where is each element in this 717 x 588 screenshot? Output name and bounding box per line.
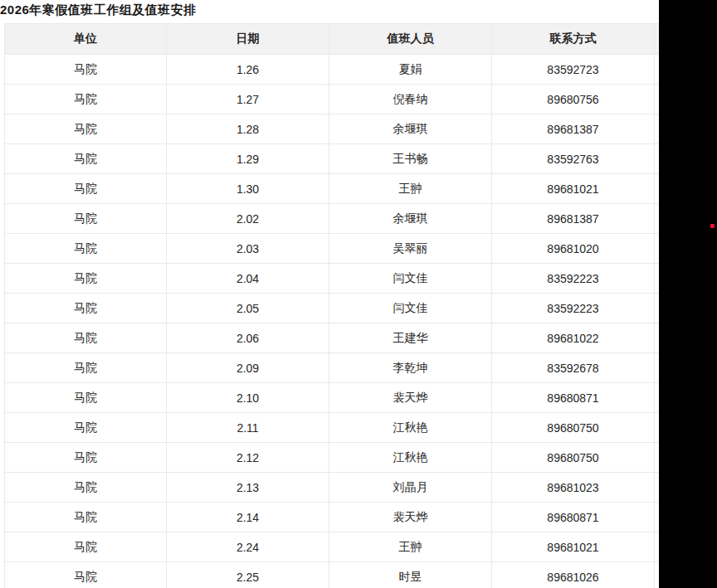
table-cell: 马院	[5, 114, 167, 144]
table-cell: 2.02	[167, 204, 329, 234]
table-cell: 马院	[5, 174, 167, 204]
table-cell: 2.13	[167, 473, 329, 503]
table-cell: 马院	[5, 503, 167, 532]
table-body: 马院1.26夏娟83592723马院1.27倪春纳89680756马院1.28余…	[5, 55, 660, 588]
table-cell: 江秋艳	[329, 413, 492, 443]
table-cell: 2.11	[167, 413, 329, 443]
table-cell: 83592223	[492, 294, 655, 323]
table-cell: 马院	[5, 473, 167, 503]
table-row: 马院2.02余堰琪89681387	[5, 204, 660, 234]
table-cell: 吴翠丽	[329, 234, 492, 264]
table-cell: 马院	[5, 204, 167, 234]
table-cell: 2.05	[167, 294, 329, 323]
table-cell: 83592678	[492, 353, 655, 383]
table-row: 马院2.05闫文佳83592223	[5, 294, 660, 323]
duty-table-container: 单位日期值班人员联系方式 马院1.26夏娟83592723马院1.27倪春纳89…	[4, 23, 660, 588]
table-cell: 2.12	[167, 443, 329, 473]
table-cell: 89680871	[492, 383, 655, 413]
table-cell: 闫文佳	[329, 294, 492, 323]
table-cell: 王建华	[329, 323, 492, 353]
table-cell: 江秋艳	[329, 443, 492, 473]
table-cell: 马院	[5, 353, 167, 383]
table-cell: 余堰琪	[329, 204, 492, 234]
table-cell: 马院	[5, 294, 167, 323]
table-cell: 83592763	[492, 144, 655, 174]
table-row: 马院2.11江秋艳89680750	[5, 413, 660, 443]
table-row: 马院1.27倪春纳89680756	[5, 85, 660, 114]
column-header: 日期	[167, 24, 329, 55]
table-cell: 马院	[5, 443, 167, 473]
table-row: 马院1.26夏娟83592723	[5, 55, 660, 85]
table-cell: 2.04	[167, 264, 329, 294]
table-cell: 89681022	[492, 323, 655, 353]
table-cell: 83592723	[492, 55, 655, 85]
table-cell: 2.06	[167, 323, 329, 353]
table-cell: 1.29	[167, 144, 329, 174]
table-cell: 1.28	[167, 114, 329, 144]
table-cell: 王翀	[329, 532, 492, 562]
table-cell: 89681023	[492, 473, 655, 503]
column-header: 值班人员	[329, 24, 492, 55]
table-cell: 夏娟	[329, 55, 492, 85]
table-row: 马院2.14裴天烨89680871	[5, 503, 660, 532]
table-row: 马院2.10裴天烨89680871	[5, 383, 660, 413]
table-cell: 89680750	[492, 413, 655, 443]
table-cell: 2.03	[167, 234, 329, 264]
table-cell: 李乾坤	[329, 353, 492, 383]
table-row: 马院2.03吴翠丽89681020	[5, 234, 660, 264]
screen-crop-black-region	[659, 0, 717, 588]
table-cell: 裴天烨	[329, 503, 492, 532]
table-cell: 马院	[5, 144, 167, 174]
table-row: 马院2.04闫文佳83592223	[5, 264, 660, 294]
table-cell: 马院	[5, 234, 167, 264]
header-row: 单位日期值班人员联系方式	[5, 24, 660, 55]
table-row: 马院2.24王翀89681021	[5, 532, 660, 562]
table-cell: 王书畅	[329, 144, 492, 174]
table-cell: 马院	[5, 55, 167, 85]
table-cell: 2.09	[167, 353, 329, 383]
table-cell: 时昱	[329, 562, 492, 588]
table-row: 马院1.28余堰琪89681387	[5, 114, 660, 144]
table-cell: 裴天烨	[329, 383, 492, 413]
table-cell: 89681020	[492, 234, 655, 264]
recording-indicator-dot	[710, 224, 715, 228]
duty-table: 单位日期值班人员联系方式 马院1.26夏娟83592723马院1.27倪春纳89…	[4, 23, 660, 588]
table-cell: 2.25	[167, 562, 329, 588]
table-cell: 89681021	[492, 532, 655, 562]
table-cell: 89680871	[492, 503, 655, 532]
table-cell: 余堰琪	[329, 114, 492, 144]
table-cell: 89681026	[492, 562, 655, 588]
table-cell: 马院	[5, 383, 167, 413]
table-cell: 1.26	[167, 55, 329, 85]
page-title: 2026年寒假值班工作组及值班安排	[0, 2, 197, 18]
table-cell: 2.24	[167, 532, 329, 562]
table-cell: 89681387	[492, 204, 655, 234]
table-cell: 马院	[5, 562, 167, 588]
table-cell: 89681021	[492, 174, 655, 204]
table-cell: 83592223	[492, 264, 655, 294]
table-row: 马院2.13刘晶月89681023	[5, 473, 660, 503]
table-cell: 王翀	[329, 174, 492, 204]
table-row: 马院2.12江秋艳89680750	[5, 443, 660, 473]
table-row: 马院1.29王书畅83592763	[5, 144, 660, 174]
table-cell: 马院	[5, 532, 167, 562]
table-row: 马院2.09李乾坤83592678	[5, 353, 660, 383]
table-cell: 马院	[5, 413, 167, 443]
column-header: 单位	[5, 24, 167, 55]
table-cell: 1.30	[167, 174, 329, 204]
page: 2026年寒假值班工作组及值班安排 单位日期值班人员联系方式 马院1.26夏娟8…	[0, 0, 717, 588]
table-cell: 马院	[5, 85, 167, 114]
column-header: 联系方式	[492, 24, 655, 55]
table-cell: 闫文佳	[329, 264, 492, 294]
table-cell: 89680750	[492, 443, 655, 473]
table-cell: 马院	[5, 264, 167, 294]
table-cell: 89680756	[492, 85, 655, 114]
table-row: 马院2.25时昱89681026	[5, 562, 660, 588]
table-cell: 89681387	[492, 114, 655, 144]
table-row: 马院1.30王翀89681021	[5, 174, 660, 204]
table-cell: 2.10	[167, 383, 329, 413]
table-cell: 马院	[5, 323, 167, 353]
table-cell: 倪春纳	[329, 85, 492, 114]
table-cell: 1.27	[167, 85, 329, 114]
table-cell: 刘晶月	[329, 473, 492, 503]
